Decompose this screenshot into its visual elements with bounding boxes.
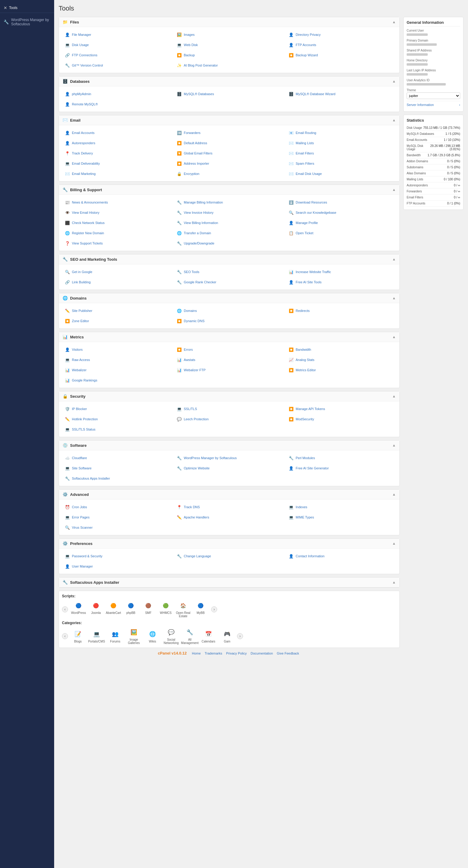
tool-domains[interactable]: 🌐 Domains [174, 306, 284, 315]
tool-address-importer[interactable]: ⏺️ Address Importer [174, 159, 284, 168]
tool-global-email-filters[interactable]: 🔽 Global Email Filters [174, 149, 284, 158]
tool-open-ticket[interactable]: 📋 Open Ticket [286, 228, 396, 238]
tool-awstats[interactable]: 📊 Awstats [174, 355, 284, 364]
tool-user-manager[interactable]: 👤 User Manager [63, 562, 172, 571]
category-6[interactable]: 🔧 All Management [182, 627, 197, 645]
section-header-software[interactable]: 💿 Software ▲ [59, 440, 399, 451]
tool-news---announcements[interactable]: 📰 News & Announcements [63, 198, 172, 207]
tool-manage-api-tokens[interactable]: ⏺️ Manage API Tokens [286, 404, 396, 413]
server-info-link[interactable]: Server Information › [407, 101, 460, 108]
tool-phpmyadmin[interactable]: 👤 phpMyAdmin [63, 89, 172, 98]
script-5[interactable]: 🟢 WHMCS [158, 601, 173, 618]
tool-change-language[interactable]: 🔧 Change Language [174, 552, 284, 561]
section-toggle-softaculous[interactable]: ▲ [392, 580, 396, 584]
section-toggle-advanced[interactable]: ▲ [392, 492, 396, 496]
tool-manage-billing-information[interactable]: 🔧 Manage Billing Information [174, 198, 284, 207]
tool-hotlink-protection[interactable]: ✏️ Hotlink Protection [63, 414, 172, 424]
tool-email-deliverability[interactable]: 💻 Email Deliverability [63, 159, 172, 168]
tool-analog-stats[interactable]: 📈 Analog Stats [286, 355, 396, 364]
tool-mysql--databases[interactable]: 🗄️ MySQL® Databases [174, 89, 284, 98]
tool-backup[interactable]: ⏺️ Backup [174, 51, 284, 60]
section-toggle-seo[interactable]: ▲ [392, 257, 396, 261]
tool-optimize-website[interactable]: 🔧 Optimize Website [174, 464, 284, 473]
tool-errors[interactable]: ⏺️ Errors [174, 345, 284, 354]
section-header-security[interactable]: 🔒 Security ▲ [59, 392, 399, 401]
tool-webalizer-ftp[interactable]: 📊 Webalizer FTP [174, 366, 284, 375]
footer-link-2[interactable]: Privacy Policy [226, 652, 247, 655]
script-2[interactable]: 🟠 AbanteCart [106, 601, 121, 618]
tool-free-ai-site-generator[interactable]: 👤 Free AI Site Generator [286, 464, 396, 473]
category-8[interactable]: 🎮 Gam [220, 629, 235, 643]
tool-cloudflare[interactable]: ☁️ Cloudflare [63, 454, 172, 462]
tool-manage-profile[interactable]: 👤 Manage Profile [286, 218, 396, 227]
tool-increase-website-traffic[interactable]: 📊 Increase Website Traffic [286, 267, 396, 276]
tool-visitors[interactable]: 👤 Visitors [63, 345, 172, 354]
tool-email-accounts[interactable]: 👤 Email Accounts [63, 128, 172, 137]
tool-error-pages[interactable]: 💻 Error Pages [63, 513, 172, 522]
tool-backup-wizard[interactable]: ⏺️ Backup Wizard [286, 51, 396, 60]
tool-git--version-control[interactable]: 🔧 Git™ Version Control [63, 61, 172, 70]
scripts-scroll-right[interactable]: › [211, 607, 217, 612]
tool-apache-handlers[interactable]: ✏️ Apache Handlers [174, 513, 284, 522]
section-toggle-metrics[interactable]: ▲ [392, 335, 396, 339]
categories-scroll-right[interactable]: › [237, 633, 243, 639]
script-3[interactable]: 🔵 phpBB [123, 601, 138, 618]
tool-mysql--database-wizard[interactable]: 🗄️ MySQL® Database Wizard [286, 89, 396, 98]
tool-get-in-google[interactable]: 🔍 Get in Google [63, 267, 172, 276]
tool-autoresponders[interactable]: 👤 Autoresponders [63, 138, 172, 148]
tool-forwarders[interactable]: ➡️ Forwarders [174, 128, 284, 137]
tool-directory-privacy[interactable]: 👤 Directory Privacy [286, 30, 396, 39]
category-3[interactable]: 🖼️ Image Galleries [126, 627, 141, 645]
tool-bandwidth[interactable]: ⏺️ Bandwidth [286, 345, 396, 354]
tool-perl-modules[interactable]: 🔧 Perl Modules [286, 454, 396, 462]
theme-select[interactable]: jupiter [407, 92, 460, 99]
category-2[interactable]: 👥 Forums [108, 629, 123, 643]
section-toggle-preferences[interactable]: ▲ [392, 541, 396, 546]
category-7[interactable]: 📅 Calendars [201, 629, 216, 643]
tool-transfer-a-domain[interactable]: 🌐 Transfer a Domain [174, 228, 284, 238]
script-0[interactable]: 🔵 WordPress [71, 601, 86, 618]
tool-images[interactable]: 🖼️ Images [174, 30, 284, 39]
tool-email-routing[interactable]: 📧 Email Routing [286, 128, 396, 137]
section-header-advanced[interactable]: ⚙️ Advanced ▲ [59, 490, 399, 499]
tool-encryption[interactable]: 🔒 Encryption [174, 169, 284, 178]
section-toggle-security[interactable]: ▲ [392, 394, 396, 398]
section-header-billing[interactable]: 🔧 Billing & Support ▲ [59, 185, 399, 195]
categories-scroll-left[interactable]: ‹ [62, 633, 68, 639]
tool-zone-editor[interactable]: ⏺️ Zone Editor [63, 316, 172, 326]
section-header-email[interactable]: ✉️ Email ▲ [59, 115, 399, 125]
category-0[interactable]: 📝 Blogs [70, 629, 86, 643]
tool-view-invoice-history[interactable]: 🔧 View Invoice History [174, 208, 284, 217]
section-toggle-email[interactable]: ▲ [392, 118, 396, 122]
category-5[interactable]: 💬 Social Networking [164, 627, 179, 645]
section-header-preferences[interactable]: ⚙️ Preferences ▲ [59, 538, 399, 549]
script-7[interactable]: 🔵 MyBB [193, 601, 208, 618]
tool-register-new-domain[interactable]: 🌐 Register New Domain [63, 228, 172, 238]
tool-leech-protection[interactable]: 💬 Leech Protection [174, 414, 284, 424]
tool-modsecurity[interactable]: ⏺️ ModSecurity [286, 414, 396, 424]
tool-free-ai-site-tools[interactable]: 👤 Free AI Site Tools [286, 278, 396, 287]
tool-download-resources[interactable]: ⬇️ Download Resources [286, 198, 396, 207]
tool-metrics-editor[interactable]: ⏺️ Metrics Editor [286, 366, 396, 375]
tool-redirects[interactable]: ⏺️ Redirects [286, 306, 396, 315]
scripts-scroll-left[interactable]: ‹ [62, 607, 68, 612]
tool-email-disk-usage[interactable]: ✉️ Email Disk Usage [286, 169, 396, 178]
tool-check-network-status[interactable]: ⬛ Check Network Status [63, 218, 172, 227]
section-toggle-databases[interactable]: ▲ [392, 79, 396, 84]
section-toggle-software[interactable]: ▲ [392, 443, 396, 447]
tool-ip-blocker[interactable]: 🛡️ IP Blocker [63, 404, 172, 413]
tool-view-support-tickets[interactable]: ❓ View Support Tickets [63, 239, 172, 248]
tool-seo-tools[interactable]: 🔧 SEO Tools [174, 267, 284, 276]
tool-remote-mysql-[interactable]: 👤 Remote MySQL® [63, 100, 172, 109]
section-toggle-billing[interactable]: ▲ [392, 188, 396, 192]
tool-cron-jobs[interactable]: ⏰ Cron Jobs [63, 502, 172, 512]
tool-contact-information[interactable]: 👤 Contact Information [286, 552, 396, 561]
tool-link-building[interactable]: 🔗 Link Building [63, 278, 172, 287]
footer-link-4[interactable]: Give Feedback [277, 652, 299, 655]
tool-dynamic-dns[interactable]: ⏺️ Dynamic DNS [174, 316, 284, 326]
section-header-seo[interactable]: 🔧 SEO and Marketing Tools ▲ [59, 254, 399, 265]
tool-site-software[interactable]: 💻 Site Software [63, 464, 172, 473]
tool-upgrade-downgrade[interactable]: 🔧 Upgrade/Downgrade [174, 239, 284, 248]
tool-spam-filters[interactable]: ✉️ Spam Filters [286, 159, 396, 168]
tool-password---security[interactable]: 💻 Password & Security [63, 552, 172, 561]
